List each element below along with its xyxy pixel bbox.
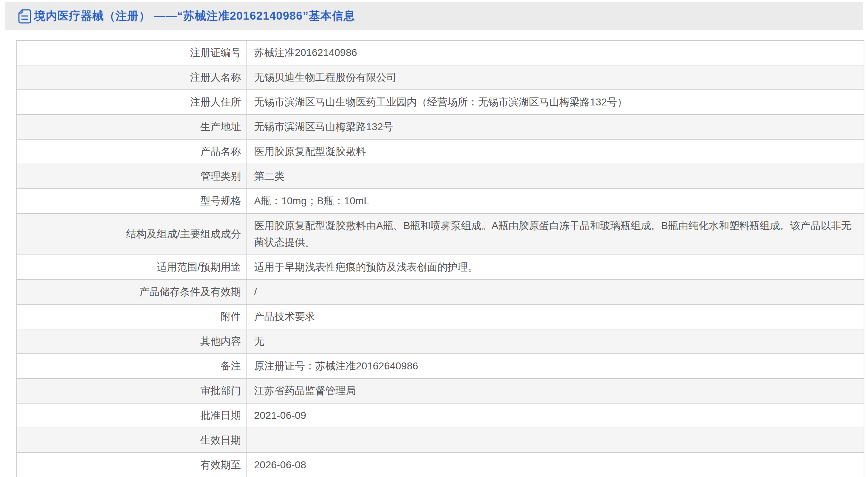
row-label: 其他内容 [17,329,247,353]
row-value: 原注册证号：苏械注准20162640986 [247,354,864,378]
table-row: 注册证编号苏械注准20162140986 [17,41,864,65]
row-label: 注册人住所 [17,90,247,114]
row-label: 注册人名称 [17,65,247,89]
table-row: 备注原注册证号：苏械注准20162640986 [17,353,864,378]
row-label: 备注 [17,354,247,378]
table-row: 产品储存条件及有效期/ [17,279,864,304]
row-label: 生产地址 [17,115,247,139]
table-row: 注册人名称无锡贝迪生物工程股份有限公司 [17,65,864,89]
table-row: 适用范围/预期用途适用于早期浅表性疤痕的预防及浅表创面的护理。 [17,254,864,279]
row-label: 审批部门 [17,379,247,403]
row-label: 生效日期 [17,428,247,452]
row-value: 苏械注准20162140986 [247,41,864,65]
row-value: 医用胶原复配型凝胶敷料由A瓶、B瓶和喷雾泵组成。A瓶由胶原蛋白冻干品和玻璃瓶组成… [247,214,864,254]
table-row: 注册人住所无锡市滨湖区马山生物医药工业园内（经营场所：无锡市滨湖区马山梅梁路13… [17,89,864,114]
row-value: 2026-06-08 [247,453,864,477]
row-label: 产品储存条件及有效期 [17,280,247,304]
table-row: 附件产品技术要求 [17,304,864,329]
row-value: 无锡市滨湖区马山生物医药工业园内（经营场所：无锡市滨湖区马山梅梁路132号） [247,90,864,114]
table-row: 有效期至2026-06-08 [17,452,864,477]
row-value: 医用胶原复配型凝胶敷料 [247,140,864,164]
row-label: 有效期至 [17,453,247,477]
page-title: 境内医疗器械（注册） ——“苏械注准20162140986”基本信息 [34,8,355,24]
table-row: 生产地址无锡市滨湖区马山梅梁路132号 [17,114,864,139]
row-label: 附件 [17,305,247,329]
table-row: 其他内容无 [17,329,864,353]
table-row: 生效日期 [17,428,864,452]
table-row: 型号规格A瓶：10mg；B瓶：10mL [17,188,864,213]
row-value: 第二类 [247,164,864,188]
row-label: 管理类别 [17,164,247,188]
row-value: 无锡贝迪生物工程股份有限公司 [247,65,864,89]
info-table: 注册证编号苏械注准20162140986注册人名称无锡贝迪生物工程股份有限公司注… [16,40,864,477]
row-value: 适用于早期浅表性疤痕的预防及浅表创面的护理。 [247,255,864,279]
section-header-bar: 境内医疗器械（注册） ——“苏械注准20162140986”基本信息 [5,2,863,30]
row-value: 无锡市滨湖区马山梅梁路132号 [247,115,864,139]
row-label: 型号规格 [17,189,247,213]
table-row: 结构及组成/主要组成成分医用胶原复配型凝胶敷料由A瓶、B瓶和喷雾泵组成。A瓶由胶… [17,213,864,254]
document-icon [18,9,31,24]
row-label: 注册证编号 [17,41,247,65]
row-value: 无 [247,329,864,353]
table-row: 产品名称医用胶原复配型凝胶敷料 [17,139,864,164]
row-label: 结构及组成/主要组成成分 [17,214,247,254]
row-value: 2021-06-09 [247,404,864,428]
row-label: 适用范围/预期用途 [17,255,247,279]
row-label: 批准日期 [17,404,247,428]
row-label: 产品名称 [17,140,247,164]
row-value: 产品技术要求 [247,305,864,329]
table-row: 审批部门江苏省药品监督管理局 [17,378,864,403]
row-value: / [247,280,864,304]
table-row: 批准日期2021-06-09 [17,403,864,428]
row-value [247,428,864,452]
table-row: 管理类别第二类 [17,164,864,188]
row-value: 江苏省药品监督管理局 [247,379,864,403]
row-value: A瓶：10mg；B瓶：10mL [247,189,864,213]
